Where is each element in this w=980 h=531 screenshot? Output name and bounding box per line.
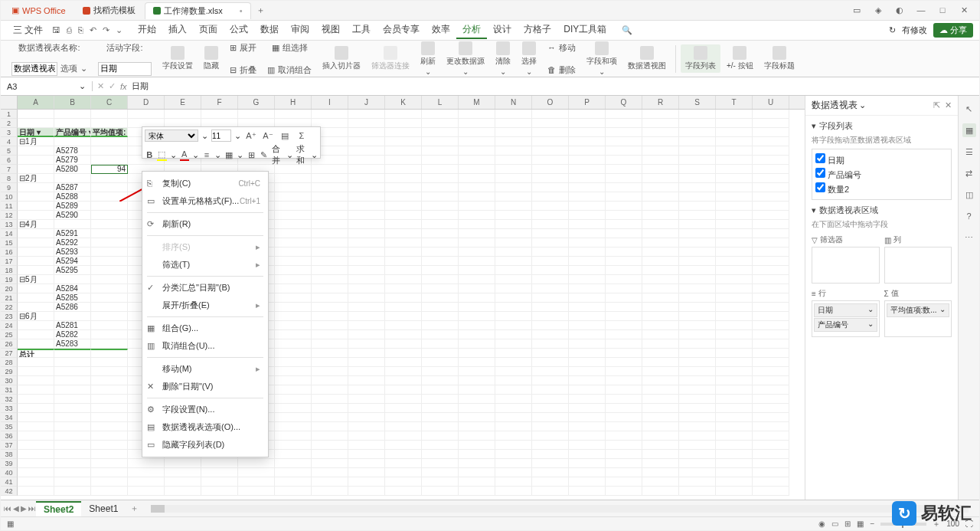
cell[interactable] [91,293,128,303]
cell[interactable] [495,266,532,275]
cell[interactable] [385,312,422,321]
cell[interactable]: ⊟1月 [18,137,54,146]
cell[interactable] [54,275,91,284]
ctx-item[interactable]: ✕删除"日期"(V) [142,378,268,395]
row-header[interactable]: 18 [1,266,18,275]
cell[interactable] [569,275,606,284]
cell[interactable] [459,450,495,459]
cell[interactable] [459,146,495,156]
cell[interactable] [201,477,238,487]
cell[interactable] [91,385,128,395]
cell[interactable] [422,192,459,202]
ctx-item[interactable]: ▤数据透视表选项(O)... [142,418,268,436]
cell[interactable] [569,303,606,312]
cell[interactable] [495,431,532,441]
cell[interactable] [91,367,128,376]
format-icon[interactable]: ▤ [278,129,292,142]
row-header[interactable]: 25 [1,330,18,339]
cell[interactable] [716,358,753,367]
clear-button[interactable]: 清除⌄ [491,40,515,77]
cell[interactable] [606,321,642,330]
cell[interactable] [569,202,606,211]
cell[interactable] [679,266,716,275]
cell[interactable] [91,257,128,266]
row-header[interactable]: 36 [1,431,18,441]
cell[interactable] [91,312,128,321]
help-tool-icon[interactable]: ? [962,209,976,223]
fullscreen-icon[interactable]: ⛶ [965,520,973,528]
cell[interactable] [422,220,459,229]
col-header[interactable]: Q [606,96,642,109]
cell[interactable] [238,459,275,468]
cell[interactable]: A5289 [54,202,91,211]
row-drop-area[interactable]: 日期⌄产品编号⌄ [812,300,880,337]
cell[interactable] [569,220,606,229]
cell[interactable] [606,376,642,385]
cell[interactable] [91,211,128,220]
cell[interactable] [385,266,422,275]
column-drop-area[interactable] [884,247,952,284]
cell[interactable] [642,266,679,275]
cell[interactable] [385,376,422,385]
cell[interactable] [532,468,569,477]
cell[interactable] [348,275,385,284]
cancel-icon[interactable]: ✕ [97,81,104,91]
cell[interactable] [385,293,422,303]
cell[interactable] [275,339,312,349]
cell[interactable] [348,211,385,220]
merge-button[interactable]: 合并 [272,143,283,166]
cell[interactable] [275,247,312,257]
row-header[interactable]: 32 [1,395,18,404]
prev-sheet-icon[interactable]: ◀ [13,504,19,513]
cell[interactable] [679,404,716,413]
cell[interactable] [679,422,716,431]
row-header[interactable]: 20 [1,284,18,293]
cell[interactable] [532,312,569,321]
cell[interactable] [348,376,385,385]
cell[interactable] [753,431,789,441]
font-select[interactable]: 宋体 [145,129,198,142]
cell[interactable] [569,450,606,459]
cell[interactable] [459,293,495,303]
col-header[interactable]: P [569,96,606,109]
cell[interactable] [716,128,753,137]
fx-icon[interactable]: fx [120,82,127,91]
cell[interactable] [753,137,789,146]
cell[interactable] [385,487,422,496]
cell[interactable] [679,229,716,238]
field-settings-button[interactable]: 字段设置 [158,44,198,73]
cell[interactable] [422,459,459,468]
cell[interactable] [495,247,532,257]
cell[interactable] [495,257,532,266]
col-header[interactable]: I [312,96,348,109]
cell[interactable] [642,487,679,496]
cell[interactable] [18,183,54,192]
cell[interactable] [128,468,165,477]
field-list-box[interactable]: 日期 产品编号 数量2 [812,149,952,200]
decrease-font-icon[interactable]: A⁻ [261,129,275,142]
cell[interactable] [275,110,312,119]
cell[interactable] [422,284,459,293]
fill-color-icon[interactable]: ⬚ [157,149,166,161]
row-header[interactable]: 30 [1,376,18,385]
cell[interactable] [422,431,459,441]
maximize-icon[interactable]: □ [936,5,949,15]
row-header[interactable]: 37 [1,441,18,450]
cell[interactable] [495,358,532,367]
cell[interactable] [532,431,569,441]
row-header[interactable]: 35 [1,422,18,431]
pivot-chart-button[interactable]: 数据透视图 [623,44,671,73]
cell[interactable] [606,247,642,257]
cell[interactable] [753,312,789,321]
row-header[interactable]: 23 [1,312,18,321]
cell[interactable] [54,404,91,413]
cube-icon[interactable]: ◈ [872,5,884,15]
cell[interactable] [679,303,716,312]
cell[interactable] [422,376,459,385]
file-menu[interactable]: 三 文件 [7,22,49,38]
cell[interactable] [606,137,642,146]
cell[interactable] [679,468,716,477]
ctx-item[interactable]: ⎘复制(C)Ctrl+C [142,175,268,192]
cell[interactable] [275,202,312,211]
cell[interactable] [18,146,54,156]
